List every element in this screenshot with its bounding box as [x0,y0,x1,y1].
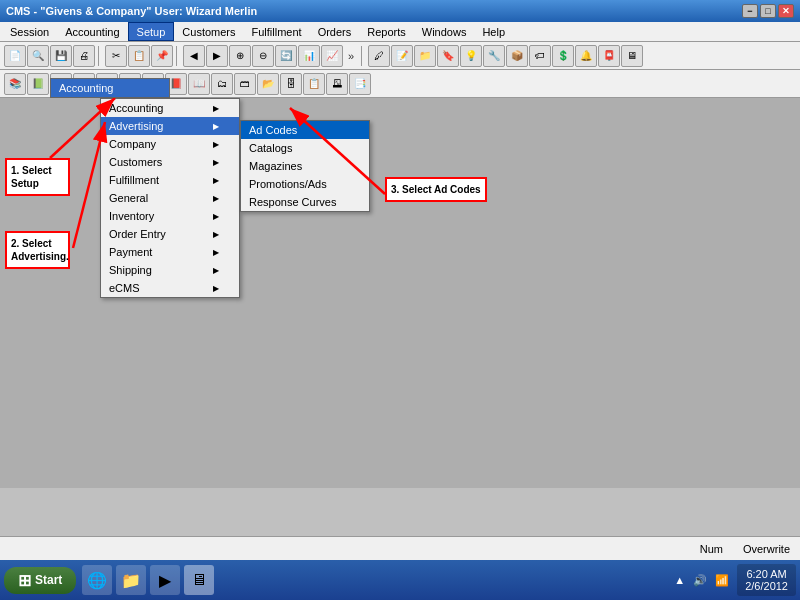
menu-help[interactable]: Help [474,22,513,41]
tb-btn-6[interactable]: 📋 [128,45,150,67]
tb-btn-9[interactable]: ▶ [206,45,228,67]
tb2-btn-1[interactable]: 📚 [4,73,26,95]
submenu-arrow-accounting: ▶ [213,104,219,113]
tb-btn-23[interactable]: 💲 [552,45,574,67]
status-overwrite: Overwrite [743,543,790,555]
taskbar-network-icon[interactable]: 📶 [715,574,729,587]
tb2-btn-2[interactable]: 📗 [27,73,49,95]
tb-btn-5[interactable]: ✂ [105,45,127,67]
tb-btn-19[interactable]: 💡 [460,45,482,67]
setup-customers-item[interactable]: Customers ▶ [101,153,239,171]
tb-btn-4[interactable]: 🖨 [73,45,95,67]
menu-fulfillment[interactable]: Fulfillment [244,22,310,41]
tb-btn-7[interactable]: 📌 [151,45,173,67]
submenu-arrow-advertising: ▶ [213,122,219,131]
submenu-arrow-company: ▶ [213,140,219,149]
minimize-button[interactable]: − [742,4,758,18]
tb2-btn-11[interactable]: 🗃 [234,73,256,95]
tb-btn-16[interactable]: 📝 [391,45,413,67]
main-content: Accounting ▶ Advertising ▶ Company ▶ Cus… [0,98,800,488]
tb-btn-15[interactable]: 🖊 [368,45,390,67]
tb-btn-25[interactable]: 📮 [598,45,620,67]
setup-fulfillment-item[interactable]: Fulfillment ▶ [101,171,239,189]
tb-btn-17[interactable]: 📁 [414,45,436,67]
close-button[interactable]: ✕ [778,4,794,18]
tb-btn-12[interactable]: 🔄 [275,45,297,67]
submenu-arrow-general: ▶ [213,194,219,203]
tb-btn-2[interactable]: 🔍 [27,45,49,67]
menu-orders[interactable]: Orders [310,22,360,41]
menu-customers[interactable]: Customers [174,22,243,41]
tb2-btn-13[interactable]: 🗄 [280,73,302,95]
toolbar-expand-1[interactable]: » [344,48,358,64]
sep-1 [98,46,102,66]
adv-adcodes-item[interactable]: Ad Codes [241,121,369,139]
tb-btn-14[interactable]: 📈 [321,45,343,67]
taskbar-clock[interactable]: 6:20 AM 2/6/2012 [737,564,796,596]
setup-shipping-item[interactable]: Shipping ▶ [101,261,239,279]
tb2-btn-16[interactable]: 📑 [349,73,371,95]
window-title: CMS - "Givens & Company" User: Wizard Me… [6,5,257,17]
advertising-dropdown: Ad Codes Catalogs Magazines Promotions/A… [240,120,370,212]
tb2-btn-9[interactable]: 📖 [188,73,210,95]
setup-advertising-item[interactable]: Advertising ▶ [101,117,239,135]
adv-responsecurves-item[interactable]: Response Curves [241,193,369,211]
taskbar-ie-icon[interactable]: 🌐 [82,565,112,595]
setup-orderentry-item[interactable]: Order Entry ▶ [101,225,239,243]
tb-btn-8[interactable]: ◀ [183,45,205,67]
submenu-arrow-payment: ▶ [213,248,219,257]
tb2-btn-15[interactable]: 🗳 [326,73,348,95]
taskbar-tray-icon-1: ▲ [674,574,685,586]
maximize-button[interactable]: □ [760,4,776,18]
menu-windows[interactable]: Windows [414,22,475,41]
tb-btn-26[interactable]: 🖥 [621,45,643,67]
submenu-arrow-ecms: ▶ [213,284,219,293]
taskbar-media-icon[interactable]: ▶ [150,565,180,595]
step2-callout: 2. Select Advertising. [5,231,70,269]
setup-general-item[interactable]: General ▶ [101,189,239,207]
tb-btn-11[interactable]: ⊖ [252,45,274,67]
menu-session[interactable]: Session [2,22,57,41]
window-controls: − □ ✕ [742,4,794,18]
start-button[interactable]: ⊞ Start [4,567,76,594]
tb-btn-10[interactable]: ⊕ [229,45,251,67]
taskbar-volume-icon[interactable]: 🔊 [693,574,707,587]
setup-payment-item[interactable]: Payment ▶ [101,243,239,261]
adv-promotions-item[interactable]: Promotions/Ads [241,175,369,193]
taskbar-icons: 🌐 📁 ▶ 🖥 [82,565,214,595]
step3-callout: 3. Select Ad Codes [385,177,487,202]
sep-3 [361,46,365,66]
accounting-dropdown: Accounting [50,78,170,98]
tb-btn-20[interactable]: 🔧 [483,45,505,67]
setup-inventory-item[interactable]: Inventory ▶ [101,207,239,225]
tb-btn-18[interactable]: 🔖 [437,45,459,67]
step1-callout: 1. Select Setup [5,158,70,196]
setup-company-item[interactable]: Company ▶ [101,135,239,153]
setup-accounting-item[interactable]: Accounting ▶ [101,99,239,117]
tb2-btn-10[interactable]: 🗂 [211,73,233,95]
setup-ecms-item[interactable]: eCMS ▶ [101,279,239,297]
sep-2 [176,46,180,66]
tb2-btn-14[interactable]: 📋 [303,73,325,95]
taskbar-app-icon[interactable]: 🖥 [184,565,214,595]
menu-accounting[interactable]: Accounting [57,22,127,41]
tb-btn-21[interactable]: 📦 [506,45,528,67]
submenu-arrow-shipping: ▶ [213,266,219,275]
submenu-arrow-customers: ▶ [213,158,219,167]
taskbar-folder-icon[interactable]: 📁 [116,565,146,595]
adv-magazines-item[interactable]: Magazines [241,157,369,175]
submenu-arrow-inventory: ▶ [213,212,219,221]
status-num: Num [700,543,723,555]
tb-btn-3[interactable]: 💾 [50,45,72,67]
menu-setup[interactable]: Setup [128,22,175,41]
taskbar-right: ▲ 🔊 📶 6:20 AM 2/6/2012 [674,564,796,596]
toolbar-1: 📄 🔍 💾 🖨 ✂ 📋 📌 ◀ ▶ ⊕ ⊖ 🔄 📊 📈 » 🖊 📝 📁 🔖 💡 … [0,42,800,70]
tb-btn-1[interactable]: 📄 [4,45,26,67]
tb-btn-13[interactable]: 📊 [298,45,320,67]
menu-bar: Session Accounting Setup Customers Fulfi… [0,22,800,42]
tb-btn-22[interactable]: 🏷 [529,45,551,67]
tb2-btn-12[interactable]: 📂 [257,73,279,95]
menu-reports[interactable]: Reports [359,22,414,41]
tb-btn-24[interactable]: 🔔 [575,45,597,67]
adv-catalogs-item[interactable]: Catalogs [241,139,369,157]
